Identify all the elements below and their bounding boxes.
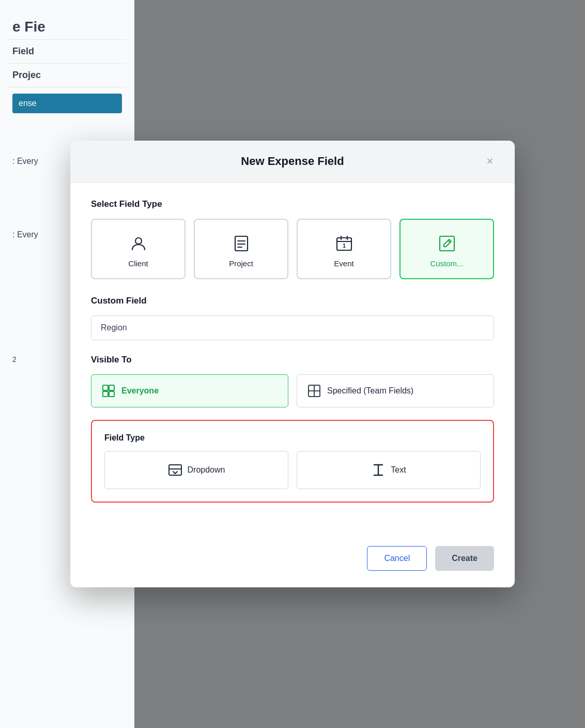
- field-type-section: Field Type Dropdown: [91, 420, 494, 503]
- custom-icon: [438, 234, 456, 253]
- field-type-grid: Client Project: [91, 219, 494, 279]
- dropdown-icon: [168, 463, 182, 477]
- select-field-type-section: Select Field Type Client: [91, 199, 494, 279]
- svg-rect-13: [109, 385, 114, 390]
- everyone-icon: [102, 384, 115, 398]
- svg-rect-12: [103, 385, 108, 390]
- specified-icon: [307, 384, 321, 398]
- field-type-card-project[interactable]: Project: [194, 219, 288, 279]
- visible-to-everyone-button[interactable]: Everyone: [91, 374, 288, 407]
- custom-field-section: Custom Field: [91, 296, 494, 340]
- text-icon: [371, 463, 386, 477]
- svg-point-0: [135, 238, 142, 244]
- everyone-label: Everyone: [121, 386, 159, 396]
- field-type-sub-label: Field Type: [104, 433, 481, 443]
- modal-header: New Expense Field ×: [70, 141, 515, 183]
- visible-to-section: Visible To Everyone: [91, 355, 494, 407]
- modal-title: New Expense Field: [103, 155, 482, 168]
- select-field-type-label: Select Field Type: [91, 199, 494, 209]
- dropdown-label: Dropdown: [188, 465, 225, 475]
- project-icon: [232, 234, 251, 253]
- custom-field-input[interactable]: [91, 315, 494, 340]
- close-button[interactable]: ×: [482, 153, 498, 170]
- project-card-label: Project: [229, 259, 253, 268]
- field-type-card-event[interactable]: 1 Event: [297, 219, 391, 279]
- create-button[interactable]: Create: [435, 546, 494, 571]
- visible-to-grid: Everyone Specified (Team Fields): [91, 374, 494, 407]
- client-card-label: Client: [128, 259, 148, 268]
- custom-card-label: Custom...: [430, 259, 463, 268]
- svg-rect-15: [109, 391, 114, 397]
- new-expense-field-modal: New Expense Field × Select Field Type Cl…: [70, 141, 515, 587]
- text-label: Text: [391, 465, 406, 475]
- modal-body: Select Field Type Client: [70, 183, 515, 536]
- client-icon: [129, 234, 148, 253]
- visible-to-specified-button[interactable]: Specified (Team Fields): [297, 374, 494, 407]
- visible-to-label: Visible To: [91, 355, 494, 365]
- field-type-card-custom[interactable]: Custom...: [399, 219, 494, 279]
- modal-footer: Cancel Create: [70, 536, 515, 587]
- custom-field-label: Custom Field: [91, 296, 494, 306]
- svg-text:1: 1: [342, 242, 345, 249]
- field-type-sub-grid: Dropdown Text: [104, 451, 481, 489]
- svg-rect-14: [103, 391, 108, 397]
- field-sub-card-dropdown[interactable]: Dropdown: [104, 451, 288, 489]
- specified-label: Specified (Team Fields): [327, 386, 413, 396]
- svg-rect-10: [440, 236, 454, 251]
- event-card-label: Event: [334, 259, 353, 268]
- field-sub-card-text[interactable]: Text: [297, 451, 481, 489]
- field-type-card-client[interactable]: Client: [91, 219, 186, 279]
- cancel-button[interactable]: Cancel: [367, 546, 427, 571]
- event-icon: 1: [335, 234, 353, 253]
